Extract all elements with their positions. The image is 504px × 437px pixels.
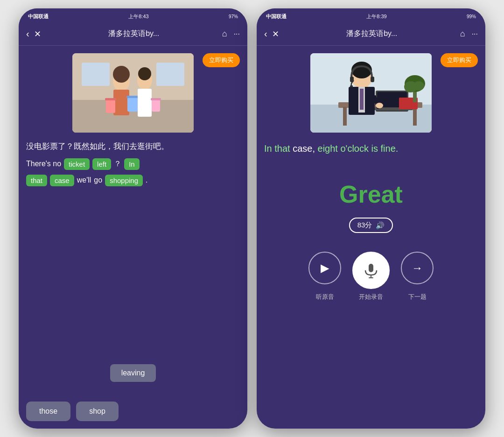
- svg-rect-21: [413, 107, 417, 126]
- more-button-right[interactable]: ···: [472, 30, 478, 38]
- close-button-left[interactable]: ✕: [34, 29, 41, 39]
- office-illustration: [310, 53, 432, 133]
- english-sentence-left: There's no ticket left ？ In: [26, 158, 240, 170]
- battery-left: 97%: [229, 14, 238, 19]
- play-label: 听原音: [308, 293, 341, 301]
- svg-rect-41: [371, 275, 371, 277]
- shopping-illustration: [72, 53, 194, 133]
- mic-label: 开始录音: [352, 293, 390, 301]
- option-those[interactable]: those: [26, 402, 70, 421]
- result-word-case: case,: [290, 143, 318, 154]
- time-left: 上午8:43: [128, 13, 148, 20]
- close-button-right[interactable]: ✕: [272, 29, 279, 39]
- nav-title-left: 潘多拉英语by...: [46, 29, 222, 39]
- svg-rect-10: [126, 96, 139, 98]
- word-shopping[interactable]: shopping: [105, 175, 143, 186]
- great-text: Great: [264, 180, 478, 208]
- carrier-left: 中国联通: [28, 13, 49, 20]
- content-right: 立即购买: [257, 46, 485, 429]
- sound-icon: 🔊: [376, 221, 385, 230]
- word-ticket[interactable]: ticket: [64, 158, 90, 170]
- phones-container: 中国联通 上午8:43 97% ‹ ✕ 潘多拉英语by... ⌂ ··· 立即购…: [19, 8, 485, 429]
- svg-rect-14: [152, 100, 160, 112]
- nav-bar-right: ‹ ✕ 潘多拉英语by... ⌂ ···: [257, 22, 485, 46]
- word-case[interactable]: case: [50, 175, 74, 186]
- buy-button-left[interactable]: 立即购买: [203, 53, 240, 67]
- word-theres-no: There's no: [26, 159, 61, 169]
- english-result-right: In that case, eight o'clock is fine.: [264, 140, 478, 157]
- carrier-right: 中国联通: [266, 13, 287, 20]
- lesson-image-left: [72, 53, 194, 133]
- word-question: ？: [114, 159, 121, 169]
- battery-right: 99%: [467, 14, 476, 19]
- word-period: .: [146, 175, 147, 185]
- status-bar-left: 中国联通 上午8:43 97%: [19, 8, 247, 22]
- svg-rect-20: [343, 107, 347, 126]
- svg-rect-8: [105, 98, 116, 100]
- svg-rect-12: [138, 89, 152, 117]
- word-that[interactable]: that: [26, 175, 47, 186]
- svg-point-39: [376, 103, 383, 108]
- left-phone: 中国联通 上午8:43 97% ‹ ✕ 潘多拉英语by... ⌂ ··· 立即购…: [19, 8, 247, 429]
- nav-title-right: 潘多拉英语by...: [284, 29, 460, 39]
- result-word-eight: eight o'clock is fine.: [318, 143, 399, 154]
- english-sentence-left-2: that case we'll go shopping .: [26, 175, 240, 186]
- answer-options-left: leaving: [26, 355, 240, 387]
- back-button-right[interactable]: ‹: [264, 28, 267, 39]
- mic-icon: [363, 262, 379, 279]
- svg-point-31: [351, 62, 372, 78]
- word-go: go: [94, 175, 102, 185]
- status-bar-right: 中国联通 上午8:39 99%: [257, 8, 485, 22]
- time-right: 上午8:39: [366, 13, 386, 20]
- svg-point-13: [138, 67, 151, 80]
- option-leaving[interactable]: leaving: [110, 364, 156, 382]
- nav-bar-left: ‹ ✕ 潘多拉英语by... ⌂ ···: [19, 22, 247, 46]
- svg-rect-34: [360, 89, 364, 110]
- svg-point-29: [413, 81, 424, 91]
- word-well: we'll: [77, 175, 91, 185]
- control-labels: 听原音 开始录音 下一题: [264, 293, 478, 301]
- back-button-left[interactable]: ‹: [26, 28, 29, 39]
- result-word-in: In: [264, 143, 274, 154]
- content-left: 立即购买: [19, 46, 247, 394]
- right-phone: 中国联通 上午8:39 99% ‹ ✕ 潘多拉英语by... ⌂ ··· 立即购…: [257, 8, 485, 429]
- svg-point-6: [113, 66, 130, 83]
- lesson-image-right: [310, 53, 432, 133]
- svg-rect-36: [371, 77, 374, 82]
- svg-rect-5: [113, 90, 129, 115]
- word-left[interactable]: left: [92, 158, 111, 170]
- word-in[interactable]: In: [124, 158, 140, 170]
- status-icons-right: 99%: [467, 14, 476, 19]
- more-button-left[interactable]: ···: [234, 30, 240, 38]
- score-value: 83分: [357, 221, 372, 230]
- svg-rect-3: [156, 63, 184, 86]
- result-word-that: that: [274, 143, 290, 154]
- chinese-text-left: 没电影票了？既然如此，我们去逛街吧。: [26, 140, 240, 153]
- option-shop[interactable]: shop: [76, 402, 119, 421]
- next-label: 下一题: [401, 293, 434, 301]
- buy-button-right[interactable]: 立即购买: [441, 53, 478, 67]
- svg-rect-42: [369, 277, 373, 278]
- svg-rect-15: [151, 98, 161, 100]
- svg-rect-9: [127, 98, 138, 112]
- svg-rect-40: [369, 264, 373, 272]
- status-icons-left: 97%: [229, 14, 238, 19]
- svg-rect-7: [106, 100, 115, 113]
- svg-rect-2: [82, 63, 110, 86]
- next-button[interactable]: →: [401, 252, 434, 284]
- svg-rect-37: [350, 85, 353, 87]
- mic-button[interactable]: [352, 252, 390, 289]
- play-button[interactable]: ▶: [308, 252, 341, 284]
- home-button-right[interactable]: ⌂: [460, 29, 465, 39]
- control-buttons: ▶ →: [264, 252, 478, 289]
- bottom-options-left: those shop: [19, 394, 247, 429]
- score-badge: 83分 🔊: [349, 218, 393, 233]
- home-button-left[interactable]: ⌂: [222, 29, 227, 39]
